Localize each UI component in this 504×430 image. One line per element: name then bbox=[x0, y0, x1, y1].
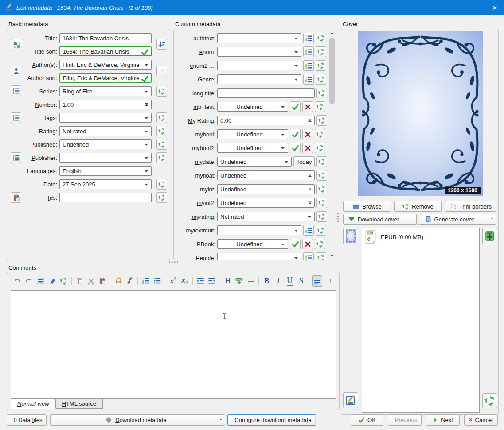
restore-formats-button[interactable] bbox=[482, 393, 497, 408]
my-rating-clear-button[interactable] bbox=[316, 115, 327, 126]
redo-icon[interactable] bbox=[24, 275, 34, 287]
insert-image-icon[interactable] bbox=[234, 275, 244, 287]
custom-metadata-scrollbar[interactable] bbox=[329, 30, 335, 259]
clear-published-button[interactable] bbox=[156, 139, 167, 150]
cover-from-format-button[interactable] bbox=[343, 228, 358, 244]
data-files-button[interactable]: 0 Data files bbox=[7, 414, 47, 426]
unordered-list-icon[interactable] bbox=[152, 275, 162, 287]
myint2-clear-button[interactable] bbox=[316, 198, 327, 208]
background-color-icon[interactable] bbox=[113, 275, 123, 287]
mytextmult-edit-button[interactable] bbox=[303, 225, 314, 236]
cut-icon[interactable] bbox=[86, 275, 96, 287]
long-title-clear-button[interactable] bbox=[316, 88, 327, 98]
auto-title-sort-button[interactable] bbox=[156, 39, 167, 50]
previous-button[interactable]: Previous bbox=[388, 414, 422, 426]
enum-clear-button[interactable] bbox=[316, 46, 326, 57]
pbook-combobox[interactable]: Undefined bbox=[217, 239, 288, 249]
configure-download-metadata-button[interactable]: Configure download metadata bbox=[227, 414, 316, 426]
title-input[interactable]: 1634: The Bavarian Crisis bbox=[59, 33, 152, 43]
date-combobox[interactable]: 27 Sep 2025 bbox=[59, 179, 152, 189]
tags-combobox[interactable] bbox=[59, 113, 152, 123]
people-clear-button[interactable] bbox=[316, 252, 326, 260]
myint-clear-button[interactable] bbox=[316, 184, 327, 194]
remove-formatting-icon[interactable] bbox=[47, 275, 57, 287]
subscript-icon[interactable]: x2 bbox=[180, 275, 190, 287]
mydate-clear-button[interactable] bbox=[316, 156, 327, 167]
genre-clear-button[interactable] bbox=[316, 74, 326, 85]
remove-cover-button[interactable]: Remove bbox=[394, 201, 442, 212]
splitter-handle[interactable] bbox=[337, 213, 339, 222]
clear-series-button[interactable] bbox=[156, 86, 167, 97]
languages-combobox[interactable]: English bbox=[59, 166, 152, 176]
authtext-combobox[interactable] bbox=[217, 33, 301, 43]
clear-date-button[interactable] bbox=[156, 179, 167, 190]
browse-cover-button[interactable]: Browse bbox=[343, 201, 391, 212]
indent-more-icon[interactable] bbox=[195, 275, 206, 287]
horizontal-rule-icon[interactable]: — bbox=[246, 275, 256, 287]
mybool2-combobox[interactable]: Undefined bbox=[217, 143, 288, 153]
splitter-handle[interactable] bbox=[169, 261, 178, 263]
clear-tags-button[interactable] bbox=[156, 112, 167, 123]
pbook-no-button[interactable] bbox=[302, 239, 313, 249]
myint2-spinner[interactable]: Undefined bbox=[217, 198, 315, 208]
genre-combobox[interactable] bbox=[217, 74, 301, 84]
undo-icon[interactable] bbox=[12, 275, 23, 287]
copy-icon[interactable] bbox=[74, 275, 85, 287]
italic-icon[interactable]: I bbox=[273, 275, 283, 287]
tab-html-source[interactable]: HTML source bbox=[56, 399, 103, 409]
underline-icon[interactable]: U bbox=[285, 275, 295, 287]
myrating-clear-button[interactable] bbox=[316, 211, 327, 222]
mybool-combobox[interactable]: Undefined bbox=[217, 129, 288, 139]
strikethrough-icon[interactable]: S bbox=[296, 275, 306, 287]
publisher-combobox[interactable] bbox=[59, 153, 152, 163]
pbook-yes-button[interactable] bbox=[290, 239, 301, 249]
mybool2-yes-button[interactable] bbox=[290, 143, 301, 153]
tab-normal-view[interactable]: Normal view bbox=[11, 399, 56, 409]
add-format-button[interactable] bbox=[482, 228, 497, 244]
generate-cover-button[interactable]: Generate cover bbox=[420, 214, 497, 225]
ids-input[interactable] bbox=[59, 193, 152, 202]
rating-combobox[interactable]: Not rated bbox=[59, 126, 152, 136]
mydate-today-button[interactable]: Today bbox=[293, 156, 315, 167]
myint-spinner[interactable]: Undefined bbox=[217, 184, 315, 194]
download-cover-button[interactable]: Download cover bbox=[343, 214, 417, 225]
trim-borders-button[interactable]: Trim borders bbox=[445, 201, 496, 212]
clear-comments-icon[interactable] bbox=[59, 275, 69, 287]
cancel-button[interactable]: Cancel bbox=[464, 414, 498, 426]
people-combobox[interactable] bbox=[217, 253, 301, 260]
my-rating-spinner[interactable]: 0.00 bbox=[217, 116, 315, 125]
mb-test-combobox[interactable]: Undefined bbox=[217, 102, 288, 112]
paste-icon[interactable] bbox=[97, 275, 107, 287]
mybool2-clear-button[interactable] bbox=[315, 143, 325, 153]
edit-format-metadata-button[interactable] bbox=[343, 392, 358, 408]
ok-button[interactable]: OK bbox=[351, 414, 383, 426]
superscript-icon[interactable]: x2 bbox=[168, 275, 178, 287]
align-justify-icon[interactable] bbox=[312, 275, 322, 287]
mb-test-yes-button[interactable] bbox=[290, 101, 301, 112]
text-color-icon[interactable] bbox=[125, 275, 135, 287]
download-metadata-button[interactable]: Download metadata bbox=[50, 414, 225, 426]
next-button[interactable]: Next bbox=[426, 414, 460, 426]
select-all-icon[interactable] bbox=[35, 275, 46, 287]
scroll-down-icon[interactable] bbox=[329, 252, 335, 259]
clear-ids-button[interactable] bbox=[156, 192, 167, 203]
myfloat-clear-button[interactable] bbox=[316, 170, 327, 181]
heading-icon[interactable]: H bbox=[223, 275, 233, 287]
published-combobox[interactable]: Undefined bbox=[59, 139, 152, 149]
scroll-up-icon[interactable] bbox=[329, 30, 335, 36]
long-title-input[interactable] bbox=[217, 88, 315, 98]
enum2-clear-button[interactable] bbox=[316, 60, 326, 71]
series-number-spinner[interactable]: 1.00 bbox=[59, 100, 152, 109]
myrating-combobox[interactable]: Not rated bbox=[217, 212, 315, 221]
mybool-no-button[interactable] bbox=[302, 129, 313, 139]
enum-combobox[interactable] bbox=[217, 47, 301, 57]
authtext-edit-button[interactable] bbox=[303, 33, 314, 43]
mybool-clear-button[interactable] bbox=[315, 129, 325, 139]
indent-less-icon[interactable] bbox=[207, 275, 217, 287]
bold-icon[interactable]: B bbox=[262, 275, 272, 287]
ordered-list-icon[interactable] bbox=[141, 275, 151, 287]
toolbar-overflow-icon[interactable]: ⋮ bbox=[325, 275, 336, 287]
enum-edit-button[interactable] bbox=[303, 46, 314, 57]
myfloat-spinner[interactable]: Undefined bbox=[217, 170, 315, 180]
authtext-clear-button[interactable] bbox=[316, 33, 326, 43]
